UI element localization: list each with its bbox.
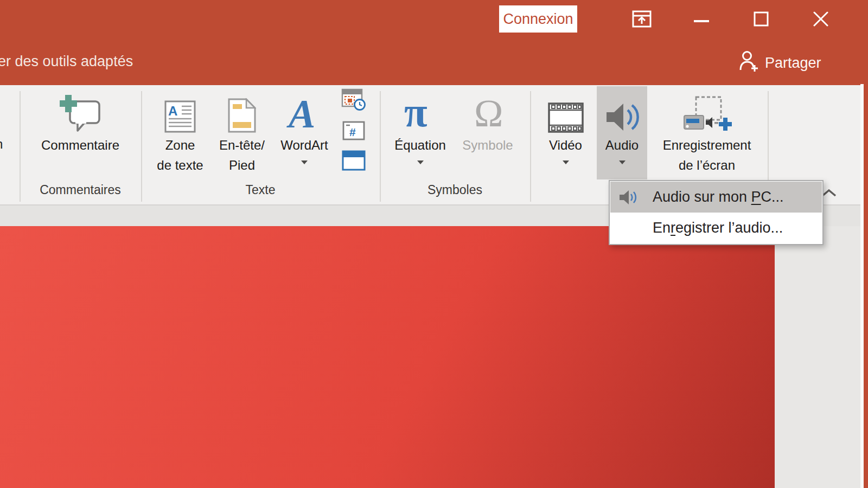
speaker-icon — [619, 189, 639, 206]
equation-dropdown-arrow — [417, 160, 424, 164]
audio-dropdown-menu: Audio sur mon PC... Enregistrer l’audio.… — [609, 180, 824, 245]
workspace-right-area — [775, 226, 868, 488]
object-icon — [342, 163, 366, 172]
text-box-icon: A — [164, 86, 196, 135]
wordart-label: WordArt — [280, 135, 328, 155]
group-label-symboles: Symboles — [380, 183, 530, 197]
svg-text:π: π — [404, 93, 427, 133]
screen-recording-icon — [682, 86, 732, 135]
equation-label: Équation — [394, 135, 446, 155]
en-tete-pied-button[interactable]: En-tête/ Pied — [213, 86, 271, 179]
slide-number-icon: # — [342, 133, 365, 142]
commentaire-label: Commentaire — [41, 135, 119, 155]
omega-symbol-icon: Ω — [470, 86, 506, 135]
accel-char: P — [751, 189, 761, 205]
close-icon — [813, 11, 828, 29]
tell-me-text-fragment: er des outils adaptés — [0, 53, 133, 70]
commentaire-button[interactable]: Commentaire — [26, 86, 135, 179]
enregistrement-label-line1: Enregistrement — [663, 135, 751, 155]
wordart-button[interactable]: A WordArt — [272, 86, 336, 179]
minimize-button[interactable] — [690, 9, 713, 31]
svg-text:A: A — [286, 94, 315, 133]
equation-button[interactable]: π Équation — [386, 86, 454, 179]
share-person-icon — [739, 50, 758, 76]
header-footer-icon — [228, 86, 256, 135]
maximize-button[interactable] — [749, 9, 773, 31]
minimize-icon — [694, 15, 709, 25]
window-border-right — [864, 84, 868, 488]
object-button[interactable] — [342, 150, 366, 173]
maximize-icon — [754, 11, 769, 29]
video-label: Vidéo — [549, 135, 582, 155]
partager-button[interactable]: Partager — [739, 51, 821, 75]
audio-dropdown-arrow — [619, 160, 626, 164]
menu-item-enregistrer-label: Enregistrer l’audio... — [653, 220, 783, 236]
video-button[interactable]: Vidéo — [537, 86, 594, 179]
audio-speaker-icon — [605, 86, 639, 135]
label-segment: Audio sur mon — [653, 189, 751, 205]
video-dropdown-arrow — [563, 160, 569, 164]
enregistrement-ecran-button[interactable]: Enregistrement de l’écran — [649, 86, 765, 179]
powerpoint-window: Connexion — [0, 0, 868, 488]
group-label-commentaires: Commentaires — [20, 183, 141, 197]
title-bar: Connexion — [0, 0, 868, 85]
slide-number-button[interactable]: # — [342, 121, 365, 143]
pi-equation-icon: π — [401, 86, 440, 135]
wordart-icon: A — [285, 86, 323, 135]
zone-de-texte-label-line1: Zone — [165, 135, 195, 155]
connexion-button[interactable]: Connexion — [499, 5, 577, 33]
label-segment: En — [653, 220, 671, 236]
group-separator — [530, 91, 531, 202]
menu-item-audio-pc-label: Audio sur mon PC... — [653, 189, 784, 206]
accel-char: r — [671, 220, 675, 236]
svg-text:Ω: Ω — [474, 94, 503, 133]
group-label-texte: Texte — [141, 183, 380, 197]
enregistrement-label-line2: de l’écran — [679, 155, 735, 175]
video-film-icon — [548, 86, 584, 135]
truncated-button-label: n — [0, 137, 3, 152]
en-tete-pied-label-line1: En-tête/ — [219, 135, 265, 155]
label-segment: egistrer l’audio... — [675, 220, 783, 236]
date-time-button[interactable] — [341, 88, 366, 113]
symbole-button: Ω Symbole — [456, 86, 520, 179]
date-time-icon — [341, 104, 366, 113]
zone-de-texte-label-line2: de texte — [157, 155, 203, 175]
audio-label: Audio — [605, 135, 639, 155]
label-segment: C... — [761, 189, 784, 205]
menu-item-audio-sur-mon-pc[interactable]: Audio sur mon PC... — [610, 182, 822, 213]
symbole-label: Symbole — [462, 135, 513, 155]
audio-button[interactable]: Audio — [597, 86, 647, 179]
wordart-dropdown-arrow — [301, 160, 308, 164]
zone-de-texte-button[interactable]: A Zone de texte — [148, 86, 213, 179]
add-comment-icon — [59, 86, 101, 135]
partager-label: Partager — [765, 55, 821, 72]
ribbon-display-options-icon — [631, 10, 652, 30]
svg-text:#: # — [349, 126, 356, 138]
svg-text:A: A — [168, 104, 177, 118]
texte-small-buttons: # — [341, 88, 367, 173]
close-button[interactable] — [809, 9, 833, 31]
slide-canvas[interactable] — [0, 226, 775, 488]
en-tete-pied-label-line2: Pied — [229, 155, 255, 175]
ribbon-display-options-button[interactable] — [630, 9, 654, 31]
menu-item-enregistrer-audio[interactable]: Enregistrer l’audio... — [610, 213, 822, 243]
